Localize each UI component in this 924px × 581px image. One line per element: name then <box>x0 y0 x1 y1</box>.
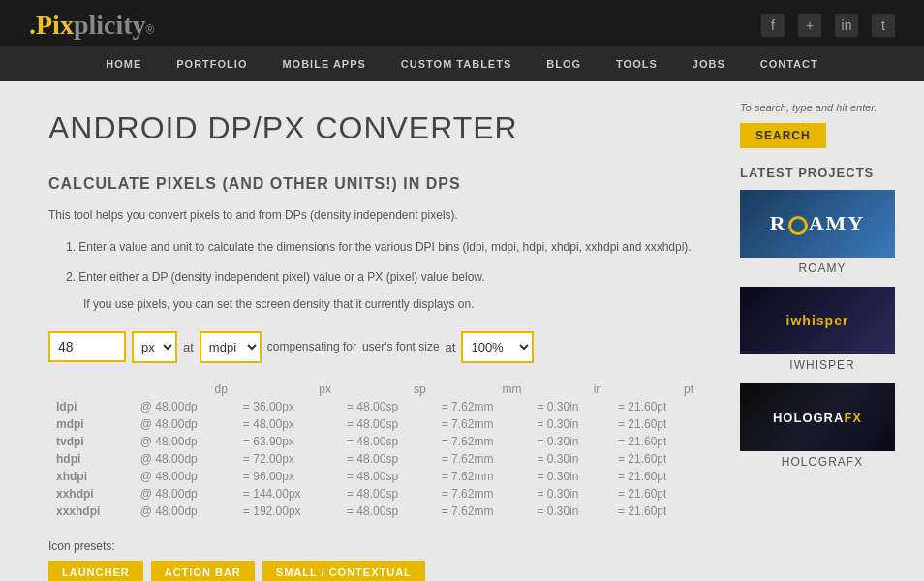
iwhisper-logo-text: iwhisper <box>786 313 849 328</box>
cell-dp: @ 48.00dp <box>133 485 235 503</box>
header: . Pix plicity ® f + in t HOME PORTFOLIO … <box>0 0 924 81</box>
facebook-icon[interactable]: f <box>761 14 785 37</box>
nav-item-mobile-apps[interactable]: MOBILE APPS <box>264 46 383 81</box>
project-name-roamy: ROAMY <box>740 261 905 275</box>
cell-sp: = 48.00sp <box>339 415 434 433</box>
cell-px: = 144.00px <box>235 485 339 503</box>
cell-mm: = 7.62mm <box>434 433 530 450</box>
instruction-1: 1. Enter a value and unit to calculate t… <box>66 238 701 257</box>
col-header-mm: mm <box>434 381 530 398</box>
linkedin-icon[interactable]: in <box>835 14 858 37</box>
row-label: xhdpi <box>48 468 133 485</box>
calculator-title: CALCULATE PIXELS (AND OTHER UNITS!) IN D… <box>48 175 701 193</box>
instruction-2: 2. Enter either a DP (density independen… <box>66 268 701 287</box>
roamy-logo-text: RAMY <box>770 211 865 236</box>
cell-in: = 0.30in <box>529 468 610 485</box>
percent-select[interactable]: 100% 90% 110% 125% <box>461 331 534 363</box>
holografx-bg: HOLOGRAFX <box>740 383 895 451</box>
cell-dp: @ 48.00dp <box>133 433 235 450</box>
cell-dp: @ 48.00dp <box>133 398 235 415</box>
cell-sp: = 48.00sp <box>339 468 434 485</box>
page: ANDROID DP/PX CONVERTER CALCULATE PIXELS… <box>0 81 924 581</box>
project-card-iwhisper: iwhisper IWHISPER <box>740 287 905 372</box>
cell-mm: = 7.62mm <box>434 450 530 468</box>
project-thumb-iwhisper[interactable]: iwhisper <box>740 287 895 354</box>
google-plus-icon[interactable]: + <box>798 14 821 37</box>
cell-in: = 0.30in <box>529 503 610 520</box>
preset-action-bar[interactable]: ACTION BAR <box>151 561 255 581</box>
value-input[interactable] <box>48 331 126 362</box>
search-button[interactable]: SEARCH <box>740 123 826 148</box>
table-row: ldpi @ 48.00dp = 36.00px = 48.00sp = 7.6… <box>48 398 701 415</box>
col-header-in: in <box>529 381 610 398</box>
row-label: xxhdpi <box>48 485 133 503</box>
converter-row: px dp at mdpi ldpi hdpi xhdpi compensati… <box>48 331 701 363</box>
cell-dp: @ 48.00dp <box>133 468 235 485</box>
cell-pt: = 21.60pt <box>610 503 701 520</box>
preset-small-contextual[interactable]: SMALL / CONTEXTUAL <box>262 561 425 581</box>
preset-launcher[interactable]: LAUNCHER <box>48 561 143 581</box>
table-row: tvdpi @ 48.00dp = 63.90px = 48.00sp = 7.… <box>48 433 701 450</box>
holografx-logo-text: HOLOGRAFX <box>773 411 862 425</box>
cell-sp: = 48.00sp <box>339 503 434 520</box>
row-label: tvdpi <box>48 433 133 450</box>
cell-in: = 0.30in <box>529 485 610 503</box>
nav-item-custom-tablets[interactable]: CUSTOM TABLETS <box>384 46 529 81</box>
preset-buttons: LAUNCHER ACTION BAR SMALL / CONTEXTUAL <box>48 561 701 581</box>
cell-dp: @ 48.00dp <box>133 450 235 468</box>
header-top: . Pix plicity ® f + in t <box>0 0 924 46</box>
logo-reg: ® <box>146 23 155 37</box>
cell-mm: = 7.62mm <box>434 503 530 520</box>
twitter-icon[interactable]: t <box>872 14 895 37</box>
latest-projects-title: LATEST PROJECTS <box>740 166 905 180</box>
nav-item-tools[interactable]: TOOLS <box>599 46 675 81</box>
main-content: ANDROID DP/PX CONVERTER CALCULATE PIXELS… <box>0 81 730 581</box>
density-select[interactable]: mdpi ldpi hdpi xhdpi <box>200 331 262 363</box>
row-label: xxxhdpi <box>48 503 133 520</box>
logo-plicity: plicity <box>74 10 146 41</box>
nav-item-blog[interactable]: BLOG <box>529 46 599 81</box>
cell-px: = 63.90px <box>235 433 339 450</box>
cell-pt: = 21.60pt <box>610 450 701 468</box>
cell-sp: = 48.00sp <box>339 485 434 503</box>
project-name-iwhisper: IWHISPER <box>740 358 905 372</box>
logo-dot: . <box>29 10 36 41</box>
table-row: xhdpi @ 48.00dp = 96.00px = 48.00sp = 7.… <box>48 468 701 485</box>
project-thumb-holografx[interactable]: HOLOGRAFX <box>740 383 895 451</box>
results-body: ldpi @ 48.00dp = 36.00px = 48.00sp = 7.6… <box>48 398 701 520</box>
cell-in: = 0.30in <box>529 415 610 433</box>
nav-item-home[interactable]: HOME <box>88 46 159 81</box>
user-font-link[interactable]: user's font size <box>362 340 440 353</box>
cell-sp: = 48.00sp <box>339 450 434 468</box>
cell-mm: = 7.62mm <box>434 398 530 415</box>
col-header-pt: pt <box>610 381 701 398</box>
cell-sp: = 48.00sp <box>339 398 434 415</box>
nav-item-contact[interactable]: CONTACT <box>743 46 836 81</box>
table-row: mdpi @ 48.00dp = 48.00px = 48.00sp = 7.6… <box>48 415 701 433</box>
cell-pt: = 21.60pt <box>610 433 701 450</box>
col-header-dp: dp <box>133 381 235 398</box>
logo-pix: Pix <box>36 10 74 41</box>
nav-item-jobs[interactable]: JOBS <box>675 46 743 81</box>
table-row: xxxhdpi @ 48.00dp = 192.00px = 48.00sp =… <box>48 503 701 520</box>
nav-item-portfolio[interactable]: PORTFOLIO <box>159 46 264 81</box>
instruction-2-sub: If you use pixels, you can set the scree… <box>83 295 701 314</box>
col-header-sp: sp <box>339 381 434 398</box>
row-label: mdpi <box>48 415 133 433</box>
description: This tool helps you convert pixels to an… <box>48 206 701 225</box>
cell-in: = 0.30in <box>529 433 610 450</box>
compensating-label: compensating for <box>267 340 356 353</box>
cell-px: = 48.00px <box>235 415 339 433</box>
project-name-holografx: HOLOGRAFX <box>740 455 905 469</box>
cell-mm: = 7.62mm <box>434 415 530 433</box>
unit-select[interactable]: px dp <box>132 331 177 363</box>
social-icons: f + in t <box>761 14 895 37</box>
cell-mm: = 7.62mm <box>434 485 530 503</box>
project-card-roamy: RAMY ROAMY <box>740 190 905 275</box>
cell-px: = 96.00px <box>235 468 339 485</box>
project-thumb-roamy[interactable]: RAMY <box>740 190 895 258</box>
table-row: hdpi @ 48.00dp = 72.00px = 48.00sp = 7.6… <box>48 450 701 468</box>
at-label-1: at <box>183 340 194 354</box>
icon-presets-label: Icon presets: <box>48 539 701 553</box>
row-label: hdpi <box>48 450 133 468</box>
